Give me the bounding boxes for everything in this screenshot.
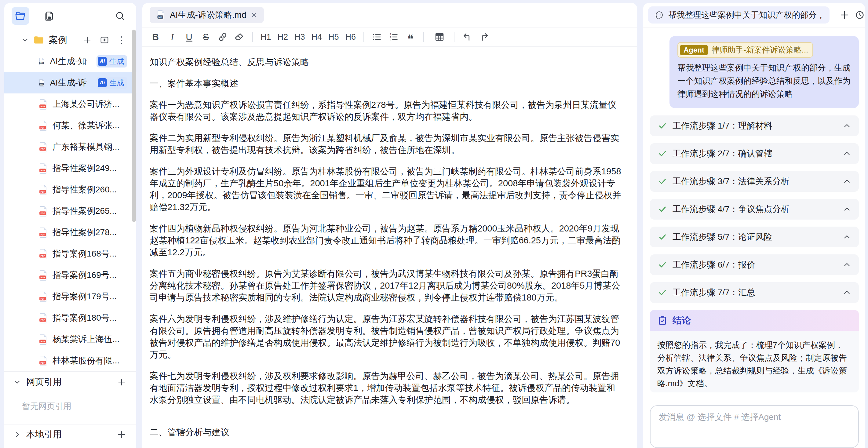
insert-table-button[interactable] bbox=[434, 30, 445, 44]
folder-row-cases[interactable]: 案例 ⋮ bbox=[4, 29, 136, 51]
file-row[interactable]: MDAI生成-知识... Ai 生成 bbox=[4, 51, 136, 72]
workflow-step[interactable]: 工作流步骤 6/7：报价 bbox=[650, 254, 859, 275]
workflow-step-label: 工作流步骤 7/7：汇总 bbox=[673, 287, 755, 298]
bullet-list-button[interactable] bbox=[372, 30, 382, 44]
heading-h5-button[interactable]: H5 bbox=[328, 30, 339, 44]
svg-text:AI: AI bbox=[48, 17, 50, 19]
heading-h6-button[interactable]: H6 bbox=[345, 30, 356, 44]
link-button[interactable] bbox=[217, 30, 228, 44]
workflow-step[interactable]: 工作流步骤 1/7：理解材料 bbox=[650, 116, 859, 136]
tab-title: AI生成-诉讼策略.md bbox=[170, 9, 246, 21]
conversation-selector[interactable]: 帮我整理这些案例中关于知识产权的部分，生... bbox=[648, 6, 830, 24]
ai-docs-view-button[interactable]: AI bbox=[40, 7, 58, 25]
svg-text:MD: MD bbox=[40, 84, 43, 85]
assistant-header: 帮我整理这些案例中关于知识产权的部分，生... bbox=[643, 3, 865, 28]
toolbar-separator bbox=[423, 32, 424, 42]
editor-toolbar: B I U S H1H2H3H4H5H6 123 ❝ bbox=[142, 28, 637, 47]
section-web-references[interactable]: 网页引用 bbox=[4, 372, 136, 392]
clear-format-button[interactable] bbox=[234, 30, 245, 44]
workflow-step[interactable]: 工作流步骤 4/7：争议焦点分析 bbox=[650, 199, 859, 220]
add-web-reference-button[interactable] bbox=[116, 376, 128, 388]
redo-button[interactable] bbox=[479, 30, 489, 44]
md-file-icon: MD bbox=[38, 56, 45, 67]
add-local-reference-button[interactable] bbox=[116, 428, 128, 441]
chevron-up-icon[interactable] bbox=[843, 178, 851, 185]
heading-h3-button[interactable]: H3 bbox=[294, 30, 305, 44]
check-icon bbox=[658, 177, 667, 186]
svg-text:PDF: PDF bbox=[41, 191, 45, 193]
svg-text:PDF: PDF bbox=[41, 362, 45, 364]
bold-button[interactable]: B bbox=[150, 30, 161, 44]
workflow-step-label: 工作流步骤 5/7：论证风险 bbox=[673, 231, 772, 243]
svg-text:MD: MD bbox=[158, 16, 162, 19]
kebab-menu-icon: ⋮ bbox=[117, 35, 126, 44]
search-button[interactable] bbox=[111, 7, 129, 25]
document-paragraph: 案件四为植物新品种权侵权纠纷。原告为河北某种业公司，被告为赵某。原告系万糯200… bbox=[150, 223, 622, 258]
section-local-references[interactable]: 本地引用 bbox=[4, 424, 136, 445]
file-row[interactable]: PDF上海某公司诉济... bbox=[4, 93, 136, 115]
redo-icon bbox=[479, 32, 489, 42]
file-row[interactable]: PDF指导案例168号... bbox=[4, 243, 136, 264]
new-chat-button[interactable] bbox=[839, 9, 850, 21]
heading-h4-button[interactable]: H4 bbox=[312, 30, 322, 44]
file-row[interactable]: PDF指导性案例278... bbox=[4, 222, 136, 243]
heading-h1-button[interactable]: H1 bbox=[260, 30, 271, 44]
pdf-file-icon: PDF bbox=[38, 120, 48, 131]
workflow-step[interactable]: 工作流步骤 2/7：确认管辖 bbox=[650, 143, 859, 164]
chevron-right-icon[interactable] bbox=[13, 431, 21, 438]
workflow-step[interactable]: 工作流步骤 5/7：论证风险 bbox=[650, 227, 859, 247]
document-content[interactable]: 知识产权案例经验总结、反思与诉讼策略一、案件基本事实概述案件一为恶意知识产权诉讼… bbox=[142, 47, 637, 448]
check-icon bbox=[658, 204, 667, 214]
heading-h2-button[interactable]: H2 bbox=[278, 30, 288, 44]
file-row[interactable]: PDF指导案例180号... bbox=[4, 307, 136, 329]
document-paragraph: 案件六为发明专利侵权纠纷，涉及维护修缮行为认定。原告为江苏宏某旋转补偿器科技有限… bbox=[150, 313, 622, 361]
chevron-up-icon[interactable] bbox=[843, 205, 851, 213]
check-icon bbox=[658, 232, 667, 242]
close-tab-icon[interactable]: × bbox=[250, 10, 257, 20]
workflow-step[interactable]: 工作流步骤 7/7：汇总 bbox=[650, 282, 859, 303]
numbered-list-button[interactable]: 123 bbox=[389, 30, 399, 44]
agent-tag[interactable]: Agent 律师助手-新案件诉讼策略... bbox=[677, 42, 813, 58]
section-title: 本地引用 bbox=[26, 428, 62, 441]
blockquote-button[interactable]: ❝ bbox=[405, 30, 416, 44]
italic-button[interactable]: I bbox=[167, 30, 178, 44]
file-row[interactable]: MDAI生成-诉讼... Ai 生成 bbox=[4, 72, 136, 93]
file-row[interactable]: PDF杨某棠诉上海伍... bbox=[4, 329, 136, 350]
chevron-up-icon[interactable] bbox=[843, 122, 851, 130]
message-input[interactable]: 发消息 @ 选择文件 # 选择Agent bbox=[650, 405, 859, 448]
file-row[interactable]: PDF指导案例179号... bbox=[4, 286, 136, 307]
folder-more-menu-button[interactable]: ⋮ bbox=[116, 34, 128, 46]
file-label: 指导性案例249... bbox=[53, 162, 117, 174]
file-row[interactable]: PDF指导性案例260... bbox=[4, 179, 136, 200]
chevron-up-icon[interactable] bbox=[843, 289, 851, 296]
file-row[interactable]: PDF指导案例169号... bbox=[4, 264, 136, 286]
file-row[interactable]: PDF指导性案例265... bbox=[4, 200, 136, 222]
chevron-down-icon[interactable] bbox=[21, 36, 29, 44]
files-view-button[interactable] bbox=[11, 7, 29, 25]
chevron-down-icon[interactable] bbox=[13, 378, 21, 386]
chevron-up-icon[interactable] bbox=[843, 233, 851, 241]
undo-icon bbox=[462, 32, 472, 42]
undo-button[interactable] bbox=[462, 30, 472, 44]
history-button[interactable] bbox=[855, 9, 865, 21]
sidebar-scrollbar-thumb[interactable] bbox=[132, 30, 136, 222]
chevron-up-icon[interactable] bbox=[843, 261, 851, 269]
file-row[interactable]: PDF何某、徐某诉张... bbox=[4, 115, 136, 136]
conclusion-card: 结论 按照您的指示，我完成了：梳理7个知识产权案例，分析管辖、法律关系、争议焦点… bbox=[650, 310, 859, 392]
underline-button[interactable]: U bbox=[184, 30, 194, 44]
file-label: 指导性案例278... bbox=[53, 227, 117, 238]
strikethrough-button[interactable]: S bbox=[201, 30, 211, 44]
workflow-step[interactable]: 工作流步骤 3/7：法律关系分析 bbox=[650, 171, 859, 192]
file-row[interactable]: PDF桂林某股份有限... bbox=[4, 350, 136, 371]
tab-litigation-strategy[interactable]: MD AI生成-诉讼策略.md × bbox=[150, 7, 264, 23]
file-row[interactable]: PDF广东裕某模具钢... bbox=[4, 136, 136, 158]
file-row[interactable]: PDF指导性案例249... bbox=[4, 158, 136, 179]
document-paragraph: 案件一为恶意知识产权诉讼损害责任纠纷，系指导性案例278号。原告为福建恒某科技有… bbox=[150, 99, 622, 123]
assistant-body: Agent 律师助手-新案件诉讼策略... 帮我整理这些案例中关于知识产权的部分… bbox=[643, 28, 865, 448]
add-file-button[interactable] bbox=[81, 34, 93, 46]
chevron-up-icon[interactable] bbox=[843, 150, 851, 158]
file-label: 指导案例180号... bbox=[53, 312, 117, 324]
add-folder-button[interactable] bbox=[98, 34, 111, 46]
file-label: 指导性案例265... bbox=[53, 205, 117, 217]
bullet-list-icon bbox=[372, 32, 382, 42]
